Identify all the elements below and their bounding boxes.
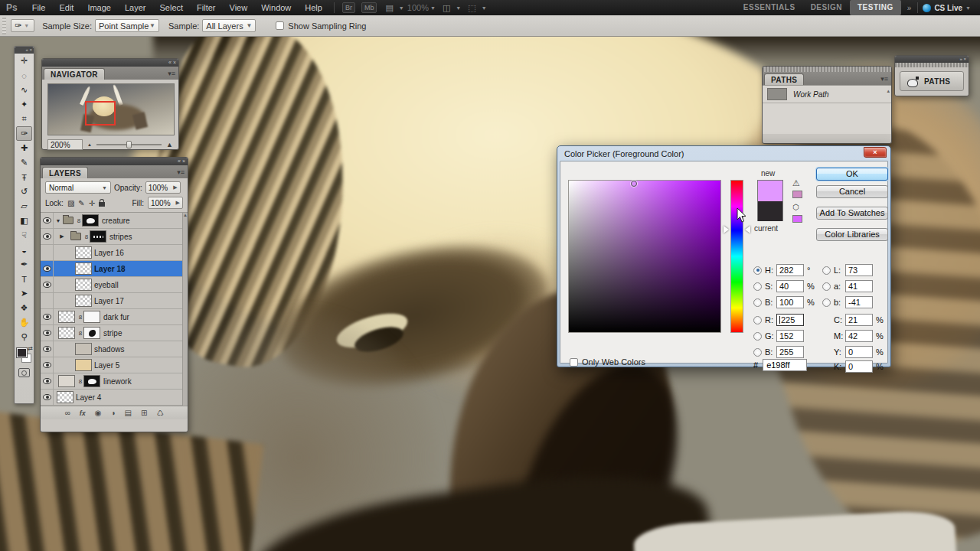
cancel-button[interactable]: Cancel (816, 185, 888, 198)
bridge-icon[interactable]: Br (342, 2, 355, 13)
hue-slider-right-arrow[interactable] (745, 226, 750, 233)
layer-thumbnail[interactable] (75, 262, 92, 275)
lab-l-input[interactable]: 73 (845, 264, 873, 276)
link-layers-icon[interactable]: ∞ (65, 409, 70, 417)
panel-collapse-bar[interactable]: « × (42, 59, 178, 67)
layer-row-stripe[interactable]: 8 stripe (41, 325, 188, 341)
lock-paint-icon[interactable]: ✎ (78, 199, 84, 207)
add-mask-icon[interactable]: ◉ (95, 409, 102, 417)
layer-thumbnail[interactable] (58, 327, 75, 339)
layer-thumbnail[interactable] (75, 343, 92, 355)
yellow-input[interactable]: 0 (845, 346, 873, 358)
view-extras-icon[interactable]: ▤ (383, 3, 395, 12)
layers-scrollbar[interactable]: ▲ (182, 213, 188, 406)
layer-mask-thumbnail[interactable] (83, 327, 100, 339)
layer-thumbnail[interactable] (75, 295, 92, 307)
path-selection-tool[interactable]: ➤ (16, 286, 32, 301)
web-safe-cube-icon[interactable]: ⬡ (792, 203, 799, 211)
workspace-essentials[interactable]: ESSENTIALS (736, 0, 803, 15)
chevron-down-icon[interactable]: ▼ (456, 5, 461, 11)
workspace-design[interactable]: DESIGN (803, 0, 850, 15)
color-libraries-button[interactable]: Color Libraries (816, 228, 888, 241)
menu-view[interactable]: View (223, 0, 255, 15)
gradient-tool[interactable]: ◧ (16, 214, 32, 228)
show-sampling-ring-checkbox[interactable] (276, 21, 284, 30)
lab-b-input[interactable]: -41 (845, 296, 873, 308)
layer-mask-thumbnail[interactable] (83, 311, 100, 323)
layer-thumbnail[interactable] (57, 391, 74, 403)
navigator-zoom-field[interactable]: 200% (47, 139, 83, 150)
menu-edit[interactable]: Edit (52, 0, 80, 15)
visibility-toggle[interactable] (41, 309, 54, 325)
lock-transparency-icon[interactable]: ▨ (67, 199, 74, 207)
paths-scroll-icon[interactable]: ▴ (887, 88, 890, 94)
layer-mask-thumbnail[interactable] (82, 214, 99, 227)
panel-collapse-bar[interactable]: « × (15, 47, 34, 54)
green-input[interactable]: 152 (776, 330, 804, 342)
brush-tool[interactable]: ✎ (16, 155, 32, 170)
custom-shape-tool[interactable]: ❖ (16, 301, 32, 315)
lock-move-icon[interactable]: ✛ (89, 199, 95, 207)
chevron-down-icon[interactable]: ▼ (399, 5, 404, 11)
lock-all-icon[interactable] (99, 202, 105, 207)
paths-dock-button[interactable]: PATHS (900, 71, 964, 91)
quick-selection-tool[interactable]: ✦ (16, 97, 32, 112)
navigator-view-box[interactable] (85, 101, 116, 126)
move-tool[interactable]: ✛ (16, 54, 32, 68)
type-tool[interactable]: T (16, 272, 32, 286)
dodge-tool[interactable]: ◒ (16, 243, 32, 257)
panel-collapse-bar[interactable]: » × (895, 56, 969, 63)
chevron-down-icon[interactable]: ▼ (430, 5, 436, 11)
screen-mode-icon[interactable]: ⬚ (466, 3, 478, 12)
navigator-preview[interactable] (47, 83, 175, 135)
zoom-in-icon[interactable]: ▲ (166, 141, 173, 148)
layer-row-darkfur[interactable]: 8 dark fur (41, 309, 188, 325)
menu-image[interactable]: Image (80, 0, 118, 15)
menu-window[interactable]: Window (254, 0, 298, 15)
navigator-zoom-slider[interactable] (96, 144, 162, 145)
menu-layer[interactable]: Layer (118, 0, 153, 15)
menu-file[interactable]: File (25, 0, 53, 15)
blue-input[interactable]: 255 (776, 346, 804, 358)
ok-button[interactable]: OK (816, 168, 888, 181)
close-icon[interactable]: × (864, 147, 887, 158)
visibility-toggle[interactable] (41, 293, 54, 309)
fill-field[interactable]: 100% ▶ (148, 197, 183, 209)
crop-tool[interactable]: ⌗ (16, 112, 32, 126)
options-grip[interactable] (2, 18, 6, 34)
hue-radio[interactable] (753, 266, 762, 275)
eraser-tool[interactable]: ▱ (16, 199, 32, 214)
dialog-title-bar[interactable]: Color Picker (Foreground Color) × (560, 146, 888, 161)
layer-row-layer17[interactable]: Layer 17 (41, 293, 188, 309)
history-brush-tool[interactable]: ↺ (16, 184, 32, 199)
path-row-work-path[interactable]: Work Path (763, 86, 891, 103)
web-safe-color-swatch[interactable] (792, 215, 802, 223)
layer-row-layer4[interactable]: Layer 4 (41, 390, 188, 406)
current-tool-badge[interactable]: ✑ ▼ (11, 19, 34, 32)
red-input[interactable]: 225 (776, 314, 804, 326)
visibility-toggle[interactable] (41, 373, 54, 390)
new-group-icon[interactable]: ▤ (125, 409, 132, 417)
saturation-brightness-field[interactable] (568, 180, 721, 333)
slider-thumb[interactable] (126, 141, 132, 148)
add-to-swatches-button[interactable]: Add To Swatches (816, 207, 888, 220)
zoom-tool[interactable]: ⚲ (16, 330, 32, 344)
menu-select[interactable]: Select (153, 0, 191, 15)
menu-filter[interactable]: Filter (190, 0, 222, 15)
layer-thumbnail[interactable] (75, 279, 92, 291)
pen-tool[interactable]: ✒ (16, 257, 32, 272)
brightness-radio[interactable] (753, 298, 762, 307)
brightness-input[interactable]: 100 (776, 296, 804, 308)
menu-help[interactable]: Help (298, 0, 329, 15)
only-web-colors-checkbox[interactable] (570, 358, 578, 367)
marquee-tool[interactable]: ◌ (16, 68, 32, 83)
lab-a-input[interactable]: 41 (845, 280, 873, 292)
layer-row-layer16[interactable]: Layer 16 (41, 245, 188, 261)
arrange-documents-icon[interactable]: ◫ (440, 3, 452, 12)
cs-live-button[interactable]: CS Live ▼ (917, 2, 980, 13)
hue-slider[interactable] (730, 180, 743, 333)
layer-row-shadows[interactable]: shadows (41, 341, 188, 357)
layer-thumbnail[interactable] (58, 375, 75, 387)
layer-thumbnail[interactable] (58, 311, 75, 323)
eyedropper-tool[interactable]: ✑ (16, 126, 32, 141)
